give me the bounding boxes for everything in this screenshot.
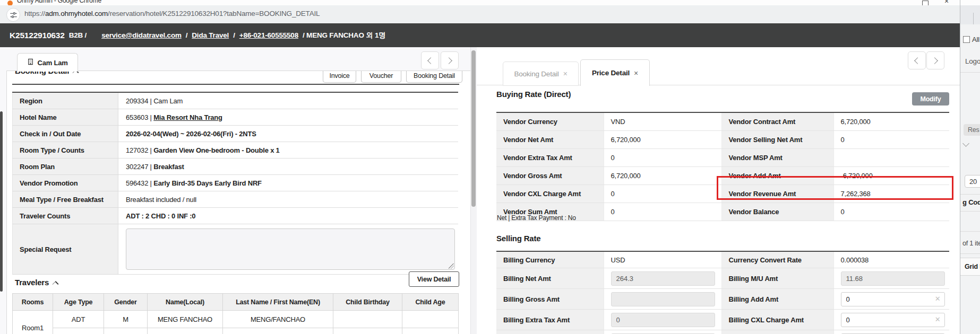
- billing-add-amt-input[interactable]: [841, 292, 945, 306]
- row-label: Room Type / Counts: [13, 142, 118, 159]
- panel-scrollbar-thumb[interactable]: [471, 50, 476, 207]
- age-type-cell: ADT: [53, 328, 104, 334]
- divider: [960, 211, 980, 212]
- name-local-cell: MENG FANCHAO: [148, 311, 223, 328]
- table-row: Billing Currency USD Currency Convert Ra…: [496, 251, 949, 268]
- tab-scroll-right-button[interactable]: [441, 51, 459, 69]
- billing-net-amt-input[interactable]: [611, 271, 715, 286]
- row-label: Currency Convert Rate: [721, 251, 833, 268]
- row-label: Region: [13, 92, 118, 109]
- tab-booking-detail[interactable]: Booking Detail ×: [503, 61, 579, 86]
- booking-detail-button[interactable]: Booking Detail: [406, 71, 462, 83]
- row-value: VND: [604, 112, 721, 131]
- column-header: Name(Local): [148, 294, 223, 311]
- tab-close-icon[interactable]: ×: [563, 69, 568, 78]
- row-value: 0: [604, 149, 721, 167]
- age-type-cell: ADT: [53, 311, 104, 328]
- page-scrollbar-thumb[interactable]: [0, 111, 3, 292]
- billing-gross-amt-input[interactable]: [611, 292, 715, 306]
- column-header: Rooms: [13, 294, 53, 311]
- row-label: Billing CXL Charge Amt: [721, 310, 833, 330]
- table-row: Vendor Promotion 596432 | Early Bird-35 …: [13, 175, 459, 191]
- clear-icon[interactable]: ✕: [935, 295, 941, 303]
- row-value: 302247 | Breakfast: [118, 159, 459, 175]
- row-label: Vendor Gross Amt: [496, 167, 604, 185]
- maximize-icon[interactable]: [922, 1, 929, 5]
- room-cell: Room1: [13, 311, 53, 334]
- table-row: Vendor Currency VND Vendor Contract Amt …: [496, 112, 949, 131]
- booking-code: K25122910632: [10, 31, 65, 40]
- tab-scroll-left-button[interactable]: [421, 51, 439, 69]
- grid-filter-header[interactable]: Grid F: [960, 258, 980, 276]
- url-scheme: https://: [24, 10, 45, 17]
- billing-mu-amt-input[interactable]: [841, 271, 945, 286]
- agency-email-link[interactable]: service@didatravel.com: [101, 31, 182, 39]
- page-size-select[interactable]: 20: [965, 175, 980, 188]
- billing-extra-tax-amt-input[interactable]: [611, 313, 715, 327]
- column-header: Age Type: [53, 294, 104, 311]
- buying-rate-title: Buying Rate (Direct): [496, 90, 571, 99]
- table-row: Billing Extra Tax Amt Billing CXL Charge…: [496, 310, 949, 330]
- tab-price-detail[interactable]: Price Detail ×: [580, 59, 650, 86]
- row-label: Hotel Name: [13, 109, 118, 126]
- row-value: 0: [604, 185, 721, 203]
- table-row: Billing Sum Amt Billing Revenue Amt ✕: [496, 330, 949, 334]
- voucher-button[interactable]: Voucher: [361, 71, 401, 83]
- table-row: Vendor Net Amt 6,720,000 Vendor Selling …: [496, 131, 949, 149]
- reservation-button[interactable]: Res: [964, 124, 980, 136]
- row-value: USD: [604, 251, 721, 268]
- browser-url-bar[interactable]: https://adm.ohmyhotel.com/reservation/ho…: [0, 5, 980, 24]
- agency-phone-link[interactable]: +86-021-60555508: [239, 31, 298, 39]
- close-icon[interactable]: ×: [944, 0, 949, 5]
- background-window-titlebar: [960, 0, 980, 5]
- table-row: Traveler Counts ADT : 2 CHD : 0 INF :0: [13, 208, 459, 224]
- agency-name-link[interactable]: Dida Travel: [192, 31, 229, 39]
- divider: [960, 72, 980, 73]
- view-detail-button[interactable]: View Detail: [409, 271, 459, 287]
- row-label: Billing Revenue Amt: [721, 330, 833, 334]
- selling-rate-table: Billing Currency USD Currency Convert Ra…: [496, 251, 949, 334]
- chevron-down-icon: [962, 140, 969, 147]
- url-text[interactable]: https://adm.ohmyhotel.com/reservation/ho…: [24, 10, 320, 17]
- modify-button[interactable]: Modify: [912, 92, 949, 106]
- row-label: Billing Sum Amt: [496, 330, 604, 334]
- tab-cam-lam[interactable]: Cam Lam: [17, 53, 78, 72]
- name-en-cell: TBAAB/TBAAB: [223, 328, 333, 334]
- background-window-tabstrip: [960, 5, 980, 24]
- child-birthday-cell: [333, 328, 402, 334]
- row-value: 653603 | Mia Resort Nha Trang: [118, 109, 459, 126]
- row-value: 0.000038: [833, 251, 949, 268]
- tab-scroll-left-button[interactable]: [908, 51, 926, 69]
- section-divider: [12, 84, 459, 85]
- row-value: ADT : 2 CHD : 0 INF :0: [118, 208, 459, 224]
- column-header: Gender: [104, 294, 148, 311]
- billing-cxl-charge-amt-input[interactable]: [841, 313, 945, 327]
- clear-icon[interactable]: ✕: [935, 315, 941, 323]
- hotel-name-link[interactable]: Mia Resort Nha Trang: [153, 113, 222, 121]
- all-bookings-checkbox[interactable]: [963, 36, 970, 43]
- section-title: Travelers: [15, 278, 49, 287]
- tab-close-icon[interactable]: ×: [634, 69, 638, 77]
- special-request-textarea[interactable]: [126, 228, 455, 270]
- row-value: 209334 | Cam Lam: [118, 92, 459, 109]
- tab-scroll-right-button[interactable]: [926, 51, 944, 69]
- table-row: ADT TBAAB TBAAB TBAAB/TBAAB: [13, 328, 459, 334]
- logout-link[interactable]: Logo: [965, 57, 980, 65]
- table-row: Region 209334 | Cam Lam: [13, 92, 459, 109]
- row-value: Breakfast included / null: [118, 191, 459, 208]
- tab-label: Price Detail: [592, 69, 630, 77]
- app-favicon-icon: [7, 1, 13, 5]
- chevron-left-icon: [427, 57, 434, 64]
- row-value: 6,720,000: [604, 131, 721, 149]
- child-age-cell: [402, 311, 459, 328]
- travelers-section-header[interactable]: Travelers: [15, 278, 58, 287]
- hotel-icon: [27, 58, 34, 67]
- site-settings-icon[interactable]: [6, 8, 20, 22]
- booking-code-column-header[interactable]: g Code: [962, 198, 980, 206]
- invoice-button[interactable]: Invoice: [323, 71, 356, 83]
- table-row: Room Plan 302247 | Breakfast: [13, 159, 459, 175]
- row-label: Billing Add Amt: [721, 289, 833, 310]
- separator: /: [186, 31, 188, 39]
- name-en-cell: MENG/FANCHAO: [223, 311, 333, 328]
- guest-name-label: / MENG FANCHAO 외 1명: [303, 31, 386, 40]
